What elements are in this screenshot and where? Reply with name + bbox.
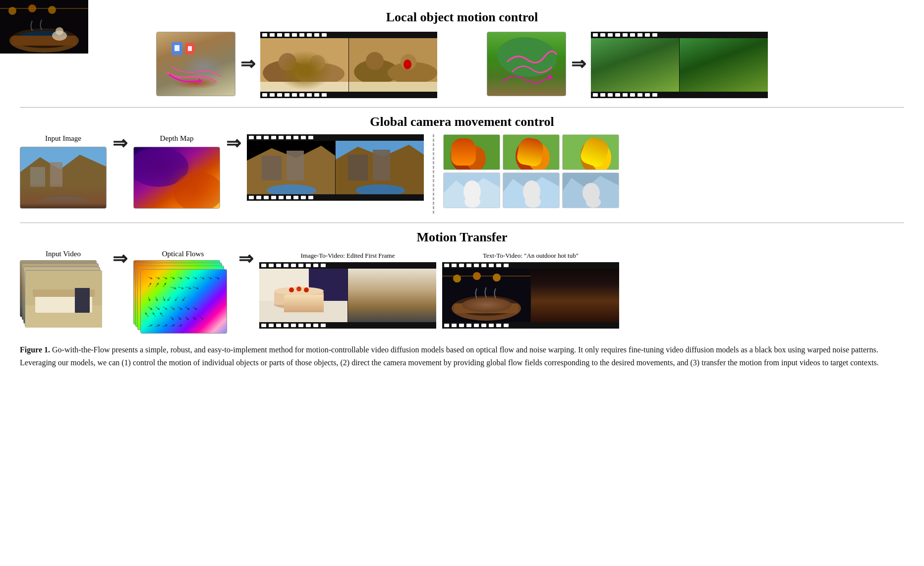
filmhole bbox=[600, 93, 605, 97]
section3-optical-flow-block: Optical Flows bbox=[133, 250, 232, 335]
svg-marker-80 bbox=[533, 190, 536, 192]
svg-rect-5 bbox=[260, 38, 348, 92]
svg-point-6 bbox=[263, 60, 307, 85]
filmhole bbox=[292, 93, 297, 97]
filmhole bbox=[276, 264, 281, 267]
filmhole bbox=[249, 196, 254, 199]
filmhole bbox=[264, 196, 269, 199]
flow-frame-4 bbox=[140, 269, 227, 334]
svg-line-108 bbox=[200, 277, 204, 279]
svg-line-110 bbox=[215, 277, 219, 279]
svg-line-131 bbox=[146, 313, 148, 317]
input-video-label: Input Video bbox=[46, 250, 81, 258]
filmhole bbox=[277, 93, 282, 97]
svg-point-172 bbox=[8, 7, 16, 15]
depth-map-image bbox=[133, 147, 220, 209]
filmhole bbox=[262, 93, 267, 97]
caption-text: Go-with-the-Flow presents a simple, robu… bbox=[20, 345, 879, 367]
svg-line-113 bbox=[163, 283, 166, 287]
filmhole bbox=[630, 33, 635, 37]
filmhole bbox=[496, 324, 501, 327]
svg-point-17 bbox=[404, 59, 411, 69]
filmhole bbox=[299, 93, 304, 97]
arrow-5: ⇒ bbox=[113, 250, 127, 268]
filmhole bbox=[459, 324, 464, 327]
filmhole bbox=[489, 324, 494, 327]
svg-point-64 bbox=[466, 189, 478, 199]
svg-point-56 bbox=[516, 140, 540, 170]
filmhole bbox=[481, 324, 486, 327]
svg-point-93 bbox=[591, 189, 593, 190]
svg-line-125 bbox=[156, 307, 159, 309]
filmhole bbox=[322, 33, 327, 37]
filmhole bbox=[307, 93, 312, 97]
filmhole bbox=[322, 93, 327, 97]
filmhole bbox=[466, 324, 471, 327]
svg-rect-52 bbox=[444, 134, 500, 170]
filmhole bbox=[261, 264, 266, 267]
svg-point-82 bbox=[534, 188, 535, 189]
svg-rect-67 bbox=[468, 188, 477, 189]
svg-line-120 bbox=[163, 297, 165, 300]
arrow-6: ⇒ bbox=[238, 250, 253, 268]
svg-rect-79 bbox=[528, 193, 538, 195]
svg-point-75 bbox=[527, 189, 539, 199]
filmhole bbox=[630, 93, 635, 97]
filmhole bbox=[286, 136, 291, 139]
section3-cake-film-block: Image-To-Video: Edited First Frame bbox=[259, 250, 436, 329]
page-container: Local object motion control bbox=[20, 10, 904, 369]
svg-line-142 bbox=[171, 325, 174, 327]
svg-line-133 bbox=[161, 313, 163, 317]
arrow-3: ⇒ bbox=[113, 134, 127, 152]
filmhole bbox=[593, 33, 598, 37]
filmhole bbox=[256, 136, 261, 139]
svg-rect-35 bbox=[30, 167, 45, 187]
filmhole bbox=[481, 264, 486, 267]
svg-line-117 bbox=[193, 287, 198, 288]
frame-landscape1 bbox=[247, 141, 335, 194]
filmhole bbox=[261, 324, 266, 327]
section3-row: Input Video bbox=[20, 250, 904, 335]
section2-filmstrip-block bbox=[247, 134, 424, 201]
frame-cake1 bbox=[259, 269, 347, 322]
filmhole bbox=[291, 264, 296, 267]
filmhole bbox=[459, 264, 464, 267]
filmhole bbox=[608, 93, 613, 97]
frame-landscape2 bbox=[336, 141, 424, 194]
frame-hottub2 bbox=[531, 269, 619, 322]
section1-row: ⇒ bbox=[20, 30, 904, 98]
filmhole bbox=[256, 196, 261, 199]
filmhole bbox=[452, 264, 457, 267]
filmhole bbox=[306, 264, 311, 267]
tree-input-image-container bbox=[487, 32, 566, 96]
hottub-filmstrip-label: Text-To-Video: "An outdoor hot tub" bbox=[483, 252, 578, 260]
svg-line-123 bbox=[183, 297, 185, 300]
input-image-label: Input Image bbox=[45, 134, 81, 143]
filmhole bbox=[301, 196, 306, 199]
svg-line-128 bbox=[178, 307, 181, 309]
filmhole bbox=[444, 324, 449, 327]
svg-line-129 bbox=[185, 307, 189, 309]
filmhole bbox=[496, 264, 501, 267]
svg-point-71 bbox=[473, 188, 475, 189]
svg-line-101 bbox=[148, 277, 152, 279]
filmhole bbox=[452, 324, 457, 327]
svg-line-116 bbox=[185, 287, 190, 288]
tree-cat-filmstrip bbox=[591, 30, 768, 98]
svg-point-13 bbox=[366, 52, 384, 70]
camera-angle-grid: Φ 5° Φ 45° bbox=[443, 134, 619, 208]
filmhole bbox=[285, 93, 289, 97]
svg-line-127 bbox=[171, 307, 174, 309]
svg-point-63 bbox=[464, 196, 480, 208]
svg-rect-44 bbox=[287, 151, 304, 180]
svg-line-104 bbox=[171, 277, 174, 279]
svg-point-163 bbox=[453, 275, 461, 283]
filmhole bbox=[277, 33, 282, 37]
filmhole bbox=[645, 93, 650, 97]
svg-rect-3 bbox=[188, 46, 192, 51]
svg-line-143 bbox=[178, 325, 181, 327]
section1: Local object motion control bbox=[20, 10, 904, 98]
svg-line-109 bbox=[208, 277, 211, 279]
filmhole bbox=[276, 324, 281, 327]
tree-input-image bbox=[487, 32, 566, 96]
